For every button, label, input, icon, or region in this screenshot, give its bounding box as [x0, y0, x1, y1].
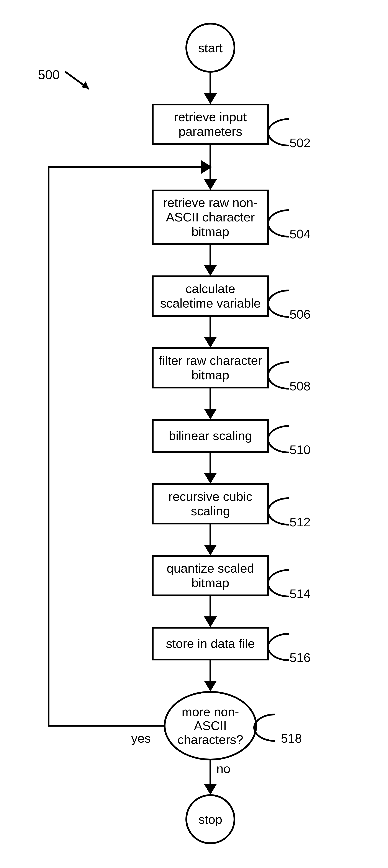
- arrow-icon: [203, 337, 218, 348]
- step-bilinear-scaling: bilinear scaling: [152, 419, 269, 453]
- step-num-502: 502: [290, 135, 311, 150]
- arrow-icon: [203, 681, 218, 691]
- svg-marker-3: [204, 179, 217, 190]
- step-store-data-file: store in data file: [152, 627, 269, 660]
- step-num-506: 506: [290, 307, 311, 321]
- edge-yes: yes: [131, 731, 151, 745]
- step-calc-scaletime: calculate scaletime variable: [152, 275, 269, 317]
- step-quantize-bitmap: quantize scaled bitmap: [152, 555, 269, 596]
- arrow-icon: [203, 545, 218, 555]
- stop-terminal: stop: [186, 794, 235, 844]
- svg-marker-7: [204, 409, 217, 420]
- figure-number: 500: [38, 67, 60, 82]
- svg-marker-8: [204, 473, 217, 484]
- step-filter-bitmap: filter raw character bitmap: [152, 347, 269, 389]
- step-recursive-cubic-scaling: recursive cubic scaling: [152, 483, 269, 524]
- flowchart-canvas: 500 start retrieve input parameters 502 …: [0, 0, 388, 868]
- step-num-504: 504: [290, 227, 311, 241]
- step-num-514: 514: [290, 587, 311, 601]
- svg-marker-4: [201, 160, 212, 174]
- svg-marker-6: [204, 337, 217, 348]
- svg-marker-2: [204, 93, 217, 104]
- svg-marker-5: [204, 265, 217, 276]
- decision-more-chars: more non- ASCII characters?: [164, 691, 257, 761]
- start-terminal: start: [186, 23, 235, 73]
- step-retrieve-input-params: retrieve input parameters: [152, 104, 269, 145]
- svg-marker-10: [204, 616, 217, 627]
- step-num-518: 518: [281, 731, 302, 745]
- step-num-516: 516: [290, 650, 311, 665]
- step-retrieve-raw-bitmap: retrieve raw non- ASCII character bitmap: [152, 190, 269, 245]
- arrow-icon: [203, 265, 218, 276]
- arrow-icon: [203, 616, 218, 627]
- svg-marker-12: [204, 784, 217, 795]
- arrow-icon: [203, 409, 218, 420]
- svg-marker-9: [204, 545, 217, 555]
- step-num-508: 508: [290, 379, 311, 393]
- svg-marker-11: [204, 681, 217, 691]
- edge-no: no: [217, 761, 231, 776]
- arrow-icon: [203, 473, 218, 484]
- arrow-icon: [203, 784, 218, 795]
- figure-arrow-icon: [63, 69, 95, 93]
- arrow-icon: [203, 93, 218, 104]
- arrow-icon: [203, 179, 218, 190]
- step-num-512: 512: [290, 515, 311, 529]
- step-num-510: 510: [290, 442, 311, 457]
- arrow-icon: [201, 160, 212, 174]
